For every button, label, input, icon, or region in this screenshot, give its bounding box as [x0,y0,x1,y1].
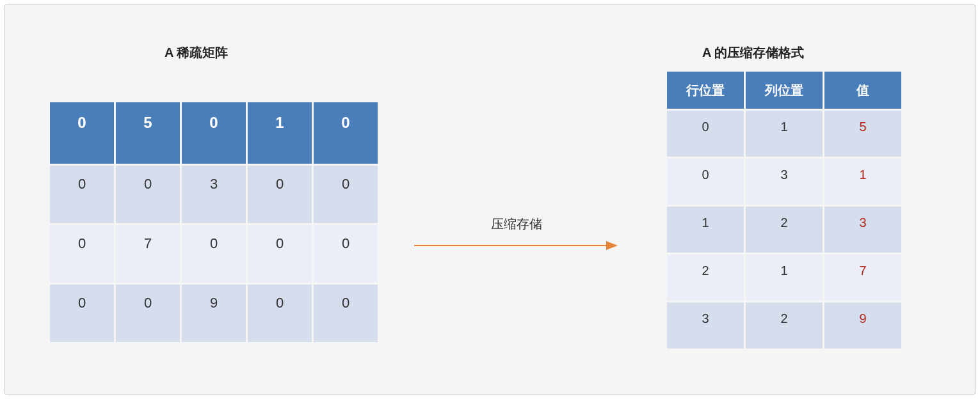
matrix-cell: 9 [182,285,246,342]
matrix-row-0: 0 5 0 1 0 [50,102,378,164]
cell-row: 0 [667,159,744,205]
header-col-pos: 列位置 [746,72,823,109]
cell-col: 2 [746,207,823,253]
compressed-table: 行位置 列位置 值 0 1 5 0 3 1 1 2 3 2 1 7 3 2 9 [665,70,903,350]
right-table-title: A 的压缩存储格式 [702,44,804,61]
header-value: 值 [824,72,901,109]
table-row: 0 1 5 [667,111,901,157]
arrow-group: 压缩存储 [414,215,619,253]
cell-col: 1 [746,111,823,157]
cell-row: 0 [667,111,744,157]
matrix-cell: 0 [248,225,312,283]
cell-row: 3 [667,302,744,348]
cell-val: 9 [824,302,901,348]
table-row: 1 2 3 [667,207,901,253]
matrix-cell: 0 [182,225,246,283]
cell-val: 3 [824,207,901,253]
table-row: 3 2 9 [667,302,901,348]
cell-col: 1 [746,254,823,301]
matrix-row-2: 0 7 0 0 0 [50,225,378,283]
left-table-title: A 稀疏矩阵 [165,44,228,61]
sparse-matrix-table: 0 5 0 1 0 0 0 3 0 0 0 7 0 0 0 0 0 9 0 0 [48,100,380,344]
table-row: 0 3 1 [667,159,901,205]
cell-val: 1 [824,159,901,205]
header-row-pos: 行位置 [667,72,744,109]
svg-marker-1 [606,241,618,250]
diagram-frame: A 稀疏矩阵 0 5 0 1 0 0 0 3 0 0 0 7 0 0 0 0 0… [4,4,976,395]
matrix-cell: 1 [248,102,312,164]
table-row: 2 1 7 [667,254,901,301]
matrix-cell: 0 [248,166,312,223]
matrix-cell: 0 [314,285,378,342]
matrix-cell: 5 [116,102,180,164]
matrix-row-3: 0 0 9 0 0 [50,285,378,342]
matrix-cell: 0 [314,225,378,283]
arrow-right-icon [414,238,619,253]
matrix-cell: 0 [314,102,378,164]
cell-val: 5 [824,111,901,157]
arrow-label: 压缩存储 [414,215,619,233]
cell-row: 2 [667,254,744,301]
matrix-cell: 0 [182,102,246,164]
matrix-cell: 7 [116,225,180,283]
compressed-header-row: 行位置 列位置 值 [667,72,901,109]
cell-col: 2 [746,302,823,348]
matrix-cell: 0 [116,285,180,342]
matrix-cell: 3 [182,166,246,223]
cell-col: 3 [746,159,823,205]
matrix-row-1: 0 0 3 0 0 [50,166,378,223]
cell-row: 1 [667,207,744,253]
matrix-cell: 0 [50,285,114,342]
cell-val: 7 [824,254,901,301]
matrix-cell: 0 [314,166,378,223]
matrix-cell: 0 [50,166,114,223]
matrix-cell: 0 [50,102,114,164]
matrix-cell: 0 [50,225,114,283]
matrix-cell: 0 [116,166,180,223]
matrix-cell: 0 [248,285,312,342]
